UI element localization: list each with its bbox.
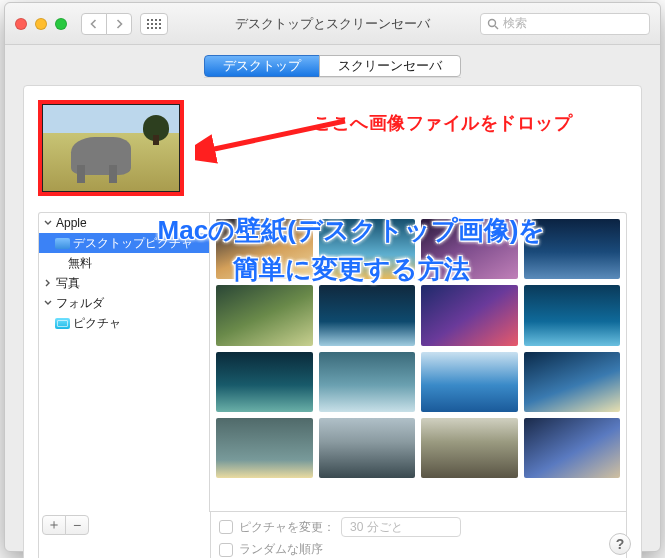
source-item-label: ピクチャ [73, 315, 121, 332]
thumbnail-grid [216, 219, 620, 478]
random-order-checkbox[interactable] [219, 543, 233, 557]
window-controls [15, 18, 67, 30]
wallpaper-thumbnail[interactable] [421, 285, 518, 345]
source-add-remove: ＋ − [39, 512, 211, 558]
preview-dropzone[interactable] [38, 100, 184, 196]
tab-screensaver[interactable]: スクリーンセーバ [319, 55, 461, 77]
help-button[interactable]: ? [609, 533, 631, 555]
wallpaper-thumbnail[interactable] [524, 285, 621, 345]
svg-point-0 [489, 19, 496, 26]
minimize-button[interactable] [35, 18, 47, 30]
disclosure-right-icon [43, 279, 53, 287]
source-group-photos[interactable]: 写真 [39, 273, 209, 293]
wallpaper-thumbnail[interactable] [216, 418, 313, 478]
tab-desktop[interactable]: デスクトップ [204, 55, 320, 77]
disclosure-down-icon [43, 219, 53, 227]
random-order-label: ランダムな順序 [239, 541, 323, 558]
change-interval-select[interactable]: 30 分ごと [341, 517, 461, 537]
source-item-label: 無料 [68, 255, 92, 272]
wallpaper-thumbnail[interactable] [216, 352, 313, 412]
preferences-window: デスクトップとスクリーンセーバ 検索 デスクトップ スクリーンセーバ 象 [4, 2, 661, 552]
wallpaper-thumbnail[interactable] [216, 219, 313, 279]
source-item-label: デスクトップピクチャ [73, 235, 193, 252]
tab-segmented-control: デスクトップ スクリーンセーバ [204, 55, 461, 77]
wallpaper-thumbnail[interactable] [319, 352, 416, 412]
change-picture-label: ピクチャを変更： [239, 519, 335, 536]
current-wallpaper-name: 象 [202, 139, 215, 157]
disclosure-down-icon [43, 299, 53, 307]
source-group-label: フォルダ [56, 295, 104, 312]
source-and-grid: Apple デスクトップピクチャ 無料 写真 フォルダ [38, 212, 627, 512]
remove-folder-button[interactable]: − [65, 515, 89, 535]
source-group-folders[interactable]: フォルダ [39, 293, 209, 313]
grid-icon [147, 19, 161, 29]
wallpaper-grid[interactable] [210, 212, 627, 512]
wallpaper-thumbnail[interactable] [524, 418, 621, 478]
source-group-apple[interactable]: Apple [39, 213, 209, 233]
wallpaper-thumbnail[interactable] [421, 219, 518, 279]
back-button[interactable] [81, 13, 107, 35]
change-picture-checkbox[interactable] [219, 520, 233, 534]
tab-row: デスクトップ スクリーンセーバ [5, 45, 660, 85]
show-all-button[interactable] [140, 13, 168, 35]
wallpaper-thumbnail[interactable] [216, 285, 313, 345]
wallpaper-thumbnail[interactable] [421, 352, 518, 412]
wallpaper-thumbnail[interactable] [319, 418, 416, 478]
folder-icon [55, 318, 70, 329]
search-field[interactable]: 検索 [480, 13, 650, 35]
bottom-options-row: ＋ − ピクチャを変更： 30 分ごと ランダムな順序 [38, 511, 627, 558]
source-group-label: Apple [56, 216, 87, 230]
annotation-drop-hint: ここへ画像ファイルをドロップ [313, 111, 572, 135]
zoom-button[interactable] [55, 18, 67, 30]
search-icon [487, 18, 499, 30]
titlebar: デスクトップとスクリーンセーバ 検索 [5, 3, 660, 45]
change-options: ピクチャを変更： 30 分ごと ランダムな順序 [211, 512, 626, 558]
search-placeholder: 検索 [503, 15, 527, 32]
wallpaper-thumbnail[interactable] [421, 418, 518, 478]
folder-icon [55, 238, 70, 249]
wallpaper-thumbnail[interactable] [319, 219, 416, 279]
wallpaper-thumbnail[interactable] [319, 285, 416, 345]
content-panel: 象 Apple デスクトップピクチャ 無料 写真 [23, 85, 642, 558]
current-wallpaper-preview [43, 105, 179, 191]
wallpaper-thumbnail[interactable] [524, 352, 621, 412]
source-group-label: 写真 [56, 275, 80, 292]
source-list[interactable]: Apple デスクトップピクチャ 無料 写真 フォルダ [38, 212, 210, 512]
source-item-desktop-pictures[interactable]: デスクトップピクチャ [39, 233, 209, 253]
source-item-pictures-folder[interactable]: ピクチャ [39, 313, 209, 333]
add-folder-button[interactable]: ＋ [42, 515, 66, 535]
forward-button[interactable] [106, 13, 132, 35]
close-button[interactable] [15, 18, 27, 30]
source-item-solid-colors[interactable]: 無料 [39, 253, 209, 273]
nav-back-forward [81, 13, 132, 35]
wallpaper-thumbnail[interactable] [524, 219, 621, 279]
